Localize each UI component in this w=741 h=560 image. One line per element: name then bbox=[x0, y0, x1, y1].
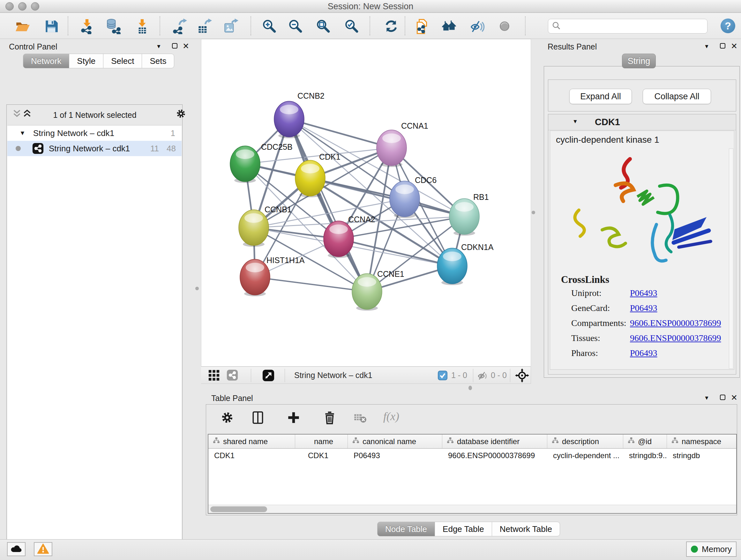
table-h-scrollbar-thumb[interactable] bbox=[210, 506, 267, 512]
refresh-view-button[interactable] bbox=[383, 18, 399, 34]
results-buttons-box: Expand All Collapse All bbox=[548, 79, 736, 111]
collapse-all-button[interactable]: Collapse All bbox=[643, 89, 711, 104]
show-graphics-button[interactable] bbox=[496, 18, 513, 34]
collapse-panel-icon[interactable]: ▼ bbox=[156, 44, 161, 50]
export-network-button[interactable] bbox=[172, 18, 187, 34]
share-view-icon[interactable] bbox=[226, 369, 239, 381]
float-panel-icon[interactable] bbox=[172, 43, 178, 49]
tab-node-table[interactable]: Node Table bbox=[377, 522, 435, 537]
tab-network-table[interactable]: Network Table bbox=[492, 522, 560, 537]
table-h-scrollbar[interactable] bbox=[208, 505, 736, 513]
close-table-icon[interactable]: ✕ bbox=[731, 394, 738, 401]
import-table-button[interactable] bbox=[134, 18, 150, 34]
collection-expand-icon[interactable]: ▼ bbox=[19, 130, 25, 137]
network-row-selected[interactable]: String Network – cdk1 11 48 bbox=[7, 141, 182, 156]
grid-view-icon[interactable] bbox=[208, 369, 220, 381]
view-network-name: String Network – cdk1 bbox=[294, 371, 373, 380]
warnings-button[interactable] bbox=[34, 542, 52, 556]
add-column-icon[interactable] bbox=[286, 410, 301, 425]
crosslink-link[interactable]: P06493 bbox=[630, 288, 657, 298]
cloud-button[interactable] bbox=[7, 542, 25, 556]
tab-network[interactable]: Network bbox=[23, 54, 69, 68]
column-header-@id[interactable]: @id bbox=[623, 435, 667, 448]
left-splitter-handle[interactable] bbox=[195, 287, 199, 290]
function-builder-button[interactable]: f(x) bbox=[383, 410, 399, 423]
crosslink-link[interactable]: P06493 bbox=[630, 348, 657, 358]
table-cell[interactable]: P06493 bbox=[348, 449, 442, 462]
help-button[interactable]: ? bbox=[721, 18, 735, 33]
memory-button[interactable]: Memory bbox=[686, 542, 737, 557]
column-header-name[interactable]: name bbox=[295, 435, 348, 448]
crosslink-link[interactable]: 9606.ENSP00000378699 bbox=[630, 333, 721, 343]
detach-view-icon[interactable] bbox=[262, 369, 274, 381]
search-input[interactable] bbox=[561, 20, 707, 33]
crosslink-link[interactable]: 9606.ENSP00000378699 bbox=[630, 318, 721, 328]
close-panel-icon[interactable]: ✕ bbox=[183, 43, 189, 49]
gene-section-header[interactable]: ▼ CDK1 bbox=[548, 114, 736, 130]
network-canvas[interactable]: CCNB2 CCNA1 CDC25B CDK1 CDC6 RB1 CCNB1 bbox=[201, 39, 531, 367]
table-cell[interactable]: CDK1 bbox=[208, 449, 295, 462]
table-cell[interactable]: cyclin-dependent ... bbox=[547, 449, 623, 462]
zoom-fit-icon bbox=[315, 30, 331, 35]
search-box[interactable] bbox=[548, 19, 708, 34]
delete-table-icon[interactable] bbox=[353, 410, 367, 425]
table-panel: Table Panel ▼ ✕ f(x) shared namenamecano… bbox=[201, 391, 741, 539]
delete-column-icon[interactable] bbox=[322, 410, 337, 425]
zoom-in-button[interactable] bbox=[261, 18, 277, 34]
collapse-results-icon[interactable]: ▼ bbox=[704, 44, 710, 50]
toolbar-separator bbox=[251, 16, 251, 36]
tab-sets[interactable]: Sets bbox=[142, 54, 174, 68]
window-title: Session: New Session bbox=[0, 2, 741, 11]
network-share-icon bbox=[32, 143, 44, 154]
selected-checkbox-icon[interactable] bbox=[438, 371, 448, 380]
right-splitter-handle[interactable] bbox=[532, 211, 535, 214]
zoom-out-icon bbox=[287, 30, 304, 35]
float-results-icon[interactable] bbox=[720, 43, 725, 49]
hide-graphics-button[interactable] bbox=[469, 18, 485, 34]
network-manager-panel: 1 of 1 Network selected ▼ String Network… bbox=[6, 105, 183, 560]
show-columns-icon[interactable] bbox=[251, 410, 265, 425]
column-header-namespace[interactable]: namespace bbox=[667, 435, 737, 448]
import-network-database-button[interactable] bbox=[105, 18, 121, 34]
bottom-splitter-handle[interactable] bbox=[468, 386, 472, 390]
expand-all-button[interactable]: Expand All bbox=[569, 89, 632, 104]
table-cell[interactable]: stringdb bbox=[667, 449, 737, 462]
close-results-icon[interactable]: ✕ bbox=[731, 43, 738, 49]
table-cell[interactable]: stringdb:9... bbox=[623, 449, 667, 462]
table-cell[interactable]: CDK1 bbox=[295, 449, 348, 462]
column-header-shared-name[interactable]: shared name bbox=[208, 435, 295, 448]
crosslink-link[interactable]: P06493 bbox=[630, 303, 657, 313]
table-cell[interactable]: 9606.ENSP00000378699 bbox=[442, 449, 547, 462]
save-session-button[interactable] bbox=[44, 18, 59, 34]
export-table-button[interactable] bbox=[196, 18, 212, 34]
network-from-selection-button[interactable] bbox=[414, 18, 430, 34]
network-collection-row[interactable]: ▼ String Network – cdk1 1 bbox=[7, 125, 182, 141]
tab-select[interactable]: Select bbox=[103, 54, 142, 68]
import-network-button[interactable] bbox=[79, 18, 95, 34]
column-header-database-identifier[interactable]: database identifier bbox=[442, 435, 547, 448]
column-header-description[interactable]: description bbox=[547, 435, 623, 448]
tab-string[interactable]: String bbox=[622, 54, 656, 68]
birds-eye-crosshair-icon[interactable] bbox=[515, 368, 529, 382]
results-scrollbar[interactable] bbox=[729, 148, 733, 369]
tab-edge-table[interactable]: Edge Table bbox=[434, 522, 492, 537]
network-column-icon bbox=[628, 437, 635, 446]
table-row[interactable]: CDK1CDK1P064939606.ENSP00000378699cyclin… bbox=[208, 449, 736, 462]
collapse-table-icon[interactable]: ▼ bbox=[704, 395, 710, 401]
houses-button[interactable] bbox=[441, 18, 457, 34]
node-table[interactable]: shared namenamecanonical namedatabase id… bbox=[208, 434, 737, 514]
zoom-fit-button[interactable] bbox=[315, 18, 331, 34]
network-options-gear-icon[interactable] bbox=[175, 108, 187, 119]
export-image-button[interactable] bbox=[223, 18, 239, 34]
zoom-selected-button[interactable] bbox=[344, 18, 360, 34]
zoom-out-button[interactable] bbox=[287, 18, 304, 34]
svg-text:CCNA2: CCNA2 bbox=[348, 215, 375, 224]
toolbar-separator bbox=[159, 16, 160, 36]
svg-text:CDK1: CDK1 bbox=[319, 152, 340, 161]
column-header-canonical-name[interactable]: canonical name bbox=[348, 435, 442, 448]
gene-collapse-icon[interactable]: ▼ bbox=[572, 118, 578, 125]
table-options-gear-icon[interactable] bbox=[220, 410, 234, 425]
float-table-icon[interactable] bbox=[720, 395, 725, 400]
tab-style[interactable]: Style bbox=[69, 54, 104, 68]
open-session-button[interactable] bbox=[15, 18, 30, 34]
